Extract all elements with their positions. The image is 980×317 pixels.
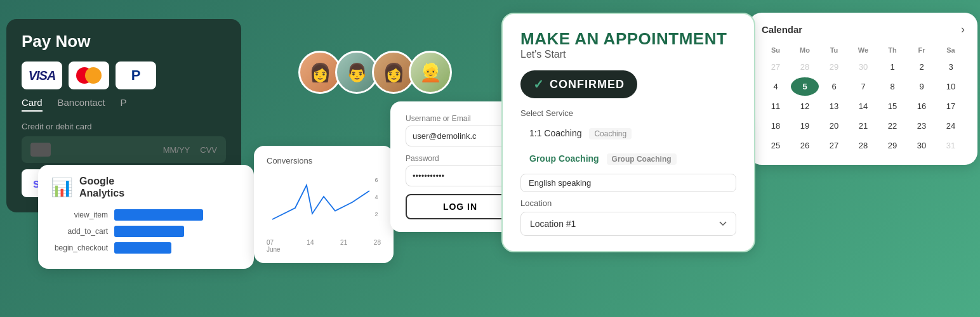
tab-p[interactable]: P: [121, 97, 127, 112]
cal-day-16[interactable]: 16: [908, 97, 936, 115]
service-label: Select Service: [520, 108, 736, 118]
ga-bar-2: [114, 226, 184, 237]
coaching-tag: Coaching: [589, 128, 632, 139]
cal-day-27[interactable]: 27: [820, 136, 848, 155]
mastercard-logo: [69, 61, 109, 89]
cal-day-5-today[interactable]: 5: [791, 77, 819, 96]
ga-bar-1: [114, 209, 203, 221]
ga-label-add-to-cart: add_to_cart: [51, 227, 108, 236]
conversions-chart: 6 4 2: [267, 171, 381, 234]
cal-header-th: Th: [878, 44, 906, 56]
cal-day-19[interactable]: 19: [791, 117, 819, 135]
cal-day-24[interactable]: 24: [937, 117, 965, 135]
cal-day-15[interactable]: 15: [878, 97, 906, 115]
cal-day-28-prev[interactable]: 28: [791, 58, 819, 76]
cal-day-25[interactable]: 25: [762, 136, 790, 155]
tab-card[interactable]: Card: [22, 97, 43, 112]
calendar-header: Calendar ›: [762, 23, 965, 36]
cal-day-11[interactable]: 11: [762, 97, 790, 115]
visa-text: VISA: [29, 68, 56, 83]
cal-day-6[interactable]: 6: [820, 77, 848, 96]
conversions-widget: Conversions 6 4 2 07June 14 21 28: [254, 146, 394, 263]
ga-title: GoogleAnalytics: [79, 175, 124, 199]
ga-bar-begin-checkout: begin_checkout: [51, 242, 241, 254]
card-input-row[interactable]: MM/YY CVV: [22, 136, 226, 163]
username-input[interactable]: [406, 126, 515, 146]
cal-day-7[interactable]: 7: [849, 77, 877, 96]
confirmed-badge: ✓ CONFIRMED: [520, 70, 637, 98]
ga-bar-add-to-cart: add_to_cart: [51, 226, 241, 237]
cvv-label: CVV: [200, 145, 217, 155]
english-speaking-option[interactable]: English speaking: [520, 174, 736, 192]
svg-text:6: 6: [374, 177, 378, 183]
ga-bar-3: [114, 242, 171, 254]
ga-label-begin-checkout: begin_checkout: [51, 243, 108, 252]
calendar-grid: Su Mo Tu We Th Fr Sa 27 28 29 30 1 2 3 4…: [762, 44, 965, 155]
conv-x-labels: 07June 14 21 28: [267, 239, 381, 253]
visa-logo: VISA: [22, 61, 62, 89]
service-option-group[interactable]: Group Coaching Group Coaching: [520, 148, 736, 170]
login-button[interactable]: LOG IN: [406, 194, 515, 219]
cal-day-3[interactable]: 3: [937, 58, 965, 76]
cal-day-29-prev[interactable]: 29: [820, 58, 848, 76]
cal-day-29[interactable]: 29: [878, 136, 906, 155]
password-input[interactable]: [406, 165, 515, 186]
cal-header-we: We: [849, 44, 877, 56]
svg-text:2: 2: [374, 211, 378, 217]
paypal-p-icon: P: [131, 67, 141, 84]
cal-day-17[interactable]: 17: [937, 97, 965, 115]
conversions-title: Conversions: [267, 156, 381, 165]
payment-logos-row: VISA P: [22, 61, 226, 89]
pay-now-title: Pay Now: [22, 32, 226, 51]
password-label: Password: [406, 154, 515, 163]
service-option-1-1[interactable]: 1:1 Coaching Coaching: [520, 123, 736, 145]
cal-header-fr: Fr: [908, 44, 936, 56]
avatars-row: 👩 👨 👩 👱: [298, 51, 452, 94]
cal-header-tu: Tu: [820, 44, 848, 56]
cal-day-20[interactable]: 20: [820, 117, 848, 135]
cal-day-8[interactable]: 8: [878, 77, 906, 96]
card-chip-icon: [30, 143, 51, 157]
cal-header-mo: Mo: [791, 44, 819, 56]
cal-day-23[interactable]: 23: [908, 117, 936, 135]
confirmed-label: CONFIRMED: [550, 78, 625, 91]
ga-icon: 📊: [51, 177, 73, 198]
cal-day-4[interactable]: 4: [762, 77, 790, 96]
username-label: Username or Email: [406, 114, 515, 123]
location-select[interactable]: Location #1: [520, 212, 736, 236]
cal-day-1[interactable]: 1: [878, 58, 906, 76]
confirmed-check-icon: ✓: [533, 77, 545, 92]
conv-label-14: 14: [307, 239, 314, 253]
cal-day-10[interactable]: 10: [937, 77, 965, 96]
appointment-title: MAKE AN APPOINTMENT: [520, 29, 736, 49]
mc-orange-circle: [85, 67, 102, 84]
calendar-next-button[interactable]: ›: [961, 23, 965, 36]
cal-day-27-prev[interactable]: 27: [762, 58, 790, 76]
cal-header-sa: Sa: [937, 44, 965, 56]
cal-day-26[interactable]: 26: [791, 136, 819, 155]
ga-label-view-item: view_item: [51, 210, 108, 219]
conv-label-21: 21: [340, 239, 347, 253]
cal-day-22[interactable]: 22: [878, 117, 906, 135]
cal-day-21[interactable]: 21: [849, 117, 877, 135]
cal-day-13[interactable]: 13: [820, 97, 848, 115]
payment-tabs: Card Bancontact P: [22, 97, 226, 112]
tab-bancontact[interactable]: Bancontact: [58, 97, 105, 112]
mastercard-circles: [76, 67, 102, 84]
cal-day-31-next[interactable]: 31: [937, 136, 965, 155]
cal-day-9[interactable]: 9: [908, 77, 936, 96]
cal-day-14[interactable]: 14: [849, 97, 877, 115]
calendar-title: Calendar: [762, 24, 802, 35]
cal-day-30[interactable]: 30: [908, 136, 936, 155]
cal-day-28[interactable]: 28: [849, 136, 877, 155]
location-label: Location: [520, 198, 736, 208]
ga-bar-view-item: view_item: [51, 209, 241, 221]
cal-day-12[interactable]: 12: [791, 97, 819, 115]
expiry-cvv-row: MM/YY CVV: [163, 145, 217, 155]
google-analytics-widget: 📊 GoogleAnalytics view_item add_to_cart …: [38, 165, 254, 269]
cal-day-30-prev[interactable]: 30: [849, 58, 877, 76]
appointment-widget: MAKE AN APPOINTMENT Let's Start ✓ CONFIR…: [501, 13, 755, 252]
cal-day-18[interactable]: 18: [762, 117, 790, 135]
ga-header: 📊 GoogleAnalytics: [51, 175, 241, 199]
cal-day-2[interactable]: 2: [908, 58, 936, 76]
